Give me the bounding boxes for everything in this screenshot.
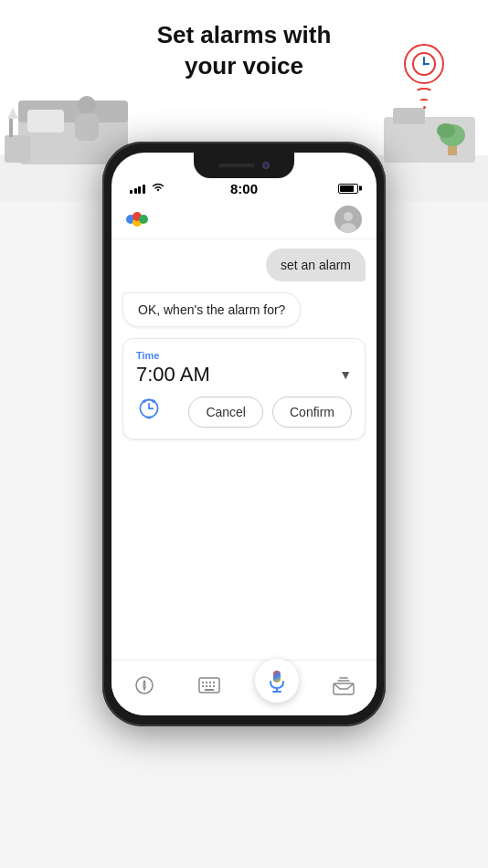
clock-icon xyxy=(411,51,437,77)
keyboard-nav-button[interactable] xyxy=(189,669,229,702)
svg-point-17 xyxy=(423,63,426,66)
svg-rect-35 xyxy=(202,685,204,687)
user-message-bubble: set an alarm xyxy=(266,249,366,281)
svg-rect-37 xyxy=(209,685,211,687)
phone-wrapper: 8:00 xyxy=(102,142,386,726)
inbox-nav-button[interactable] xyxy=(324,669,364,702)
alarm-actions: Cancel Confirm xyxy=(136,396,352,428)
speaker-grille xyxy=(218,164,255,167)
microphone-button[interactable] xyxy=(255,659,299,703)
svg-point-13 xyxy=(437,123,455,138)
svg-rect-38 xyxy=(213,685,215,687)
clock-badge xyxy=(404,44,444,109)
svg-rect-39 xyxy=(205,689,214,691)
alarm-card: Time 7:00 AM ▼ xyxy=(122,338,366,439)
confirm-button[interactable]: Confirm xyxy=(272,397,352,428)
svg-point-24 xyxy=(143,399,146,403)
cancel-button[interactable]: Cancel xyxy=(188,397,263,428)
dot-green xyxy=(139,215,148,224)
assistant-message-bubble: OK, when's the alarm for? xyxy=(122,292,301,327)
bottom-nav xyxy=(111,660,377,715)
signal-bar-4 xyxy=(143,185,145,194)
status-left xyxy=(130,182,165,195)
svg-rect-36 xyxy=(206,685,207,687)
svg-rect-6 xyxy=(75,113,99,141)
dropdown-arrow-icon[interactable]: ▼ xyxy=(339,367,352,382)
battery-icon xyxy=(338,184,358,194)
inbox-icon xyxy=(333,675,355,695)
phone-frame: 8:00 xyxy=(102,142,386,726)
status-time: 8:00 xyxy=(230,181,258,196)
alarm-time-row: 7:00 AM ▼ xyxy=(136,363,352,386)
signal-bar-1 xyxy=(130,190,133,194)
svg-point-19 xyxy=(344,212,353,221)
user-avatar[interactable] xyxy=(334,206,362,233)
signal-bar-3 xyxy=(138,186,141,194)
alarm-time-label: Time xyxy=(136,350,352,361)
microphone-icon xyxy=(264,668,290,693)
svg-rect-10 xyxy=(393,108,425,124)
chat-area: set an alarm OK, when's the alarm for? T… xyxy=(111,239,377,660)
phone-notch xyxy=(194,153,294,178)
alarm-time-value: 7:00 AM xyxy=(136,363,210,386)
assistant-message-text: OK, when's the alarm for? xyxy=(138,302,285,317)
user-message-text: set an alarm xyxy=(281,258,351,272)
svg-rect-7 xyxy=(9,119,13,137)
svg-marker-28 xyxy=(143,679,146,684)
alarm-bell-icon xyxy=(136,396,162,428)
avatar-image xyxy=(334,206,362,233)
svg-rect-3 xyxy=(27,110,64,132)
phone-screen: 8:00 xyxy=(111,153,377,715)
svg-marker-8 xyxy=(7,108,18,119)
signal-bar-2 xyxy=(134,188,137,194)
svg-marker-29 xyxy=(143,686,146,692)
svg-rect-40 xyxy=(273,671,281,683)
svg-rect-33 xyxy=(209,682,211,683)
compass-icon xyxy=(134,675,154,695)
svg-rect-32 xyxy=(206,682,207,683)
compass-nav-button[interactable] xyxy=(124,669,164,702)
svg-rect-34 xyxy=(213,682,215,683)
svg-point-25 xyxy=(153,399,156,403)
keyboard-icon xyxy=(198,677,220,693)
google-dots-logo xyxy=(126,210,154,228)
assistant-header xyxy=(111,200,377,239)
wifi-icon xyxy=(151,182,165,195)
svg-rect-4 xyxy=(5,135,30,163)
svg-point-5 xyxy=(78,96,96,114)
svg-point-27 xyxy=(143,684,145,687)
battery-fill xyxy=(340,185,354,192)
signal-bars xyxy=(130,183,145,194)
svg-rect-31 xyxy=(202,682,204,683)
front-camera xyxy=(262,162,270,169)
